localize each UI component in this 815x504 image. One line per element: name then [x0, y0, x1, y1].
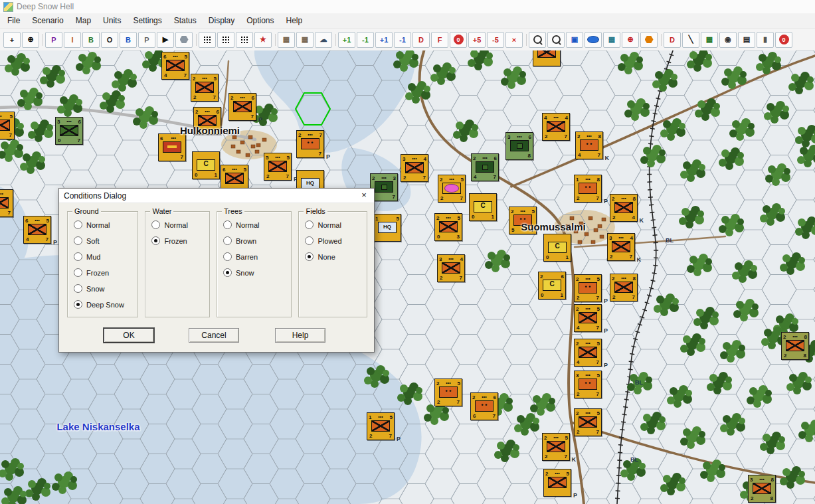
monitor-button[interactable]: ▣: [566, 32, 583, 48]
unit-counter[interactable]: 4•••427: [542, 113, 570, 141]
unit-counter[interactable]: 3•••427: [437, 254, 465, 282]
unit-counter[interactable]: 2•••6• •67: [470, 392, 498, 420]
map-view-button[interactable]: ▦: [603, 32, 620, 48]
radio-ground-mud[interactable]: Mud: [74, 252, 137, 261]
radio-fields-none[interactable]: None: [305, 252, 367, 261]
unit-counter[interactable]: 2•••5• •27: [434, 378, 462, 406]
menu-options[interactable]: Options: [240, 14, 280, 27]
unit-counter[interactable]: 15HQ: [373, 214, 401, 242]
unit-counter[interactable]: 2•••547P: [574, 339, 602, 367]
unit-counter[interactable]: 3•••68: [505, 132, 533, 160]
help-button[interactable]: Help: [275, 328, 325, 343]
unit-counter[interactable]: 2•••8• •47K: [575, 131, 603, 159]
star-button[interactable]: ★: [254, 32, 272, 48]
globe-button[interactable]: ⊕: [622, 32, 639, 48]
toggle-i-button[interactable]: I: [64, 32, 81, 48]
unit-counter[interactable]: 2•••67P: [228, 93, 256, 121]
unit-counter[interactable]: C01: [192, 151, 220, 179]
unit-counter[interactable]: 3•••427K: [607, 233, 635, 261]
radio-water-frozen[interactable]: Frozen: [151, 236, 209, 245]
unit-counter[interactable]: 6•••7: [158, 133, 186, 161]
toggle-b1-button[interactable]: B: [82, 32, 100, 48]
radio-trees-snow[interactable]: Snow: [223, 268, 291, 277]
ok-button[interactable]: OK: [104, 328, 154, 343]
zero-badge-button[interactable]: 0: [450, 32, 467, 48]
unit-counter[interactable]: 6•••547P: [23, 216, 51, 244]
ammo-c-button[interactable]: [236, 32, 253, 48]
unit-counter[interactable]: 2•••827: [610, 274, 638, 301]
unit-counter[interactable]: 5•••527P: [264, 153, 292, 181]
jump-button[interactable]: +: [3, 32, 21, 48]
radio-trees-brown[interactable]: Brown: [223, 236, 291, 245]
toggle-o-button[interactable]: O: [101, 32, 118, 48]
radio-trees-normal[interactable]: Normal: [223, 220, 291, 229]
menu-units[interactable]: Units: [97, 14, 127, 27]
hex-orange-button[interactable]: [640, 32, 658, 48]
unit-counter[interactable]: 2•••527K: [542, 433, 570, 461]
zoom-out-button[interactable]: [547, 32, 565, 48]
remove-button[interactable]: ×: [505, 32, 523, 48]
menu-display[interactable]: Display: [203, 14, 240, 27]
minus5-button[interactable]: -5: [487, 32, 504, 48]
dialog-titlebar[interactable]: Conditions Dialog ×: [59, 189, 374, 203]
unit-counter[interactable]: 6•••7: [0, 189, 13, 217]
unit-counter[interactable]: 2•••828: [781, 332, 809, 360]
unit-counter[interactable]: 2•••5• •57: [509, 207, 537, 234]
hex-mesh-button[interactable]: [175, 32, 193, 48]
unit-counter[interactable]: 2•••67: [193, 107, 221, 135]
victory-button[interactable]: 0: [775, 32, 792, 48]
unit-counter[interactable]: 2•••7• •7P: [296, 130, 324, 158]
cloud-button[interactable]: ☁: [315, 32, 332, 48]
unit-counter[interactable]: 26C01: [538, 272, 566, 299]
plus5-button[interactable]: +5: [468, 32, 486, 48]
unit-counter[interactable]: 2•••503: [434, 213, 462, 241]
crate-a-button[interactable]: ▦: [278, 32, 295, 48]
radio-ground-snow[interactable]: Snow: [74, 284, 137, 293]
ammo-a-button[interactable]: [199, 32, 216, 48]
locate-button[interactable]: ⊕: [22, 32, 39, 48]
diagonal-button[interactable]: ╲: [682, 32, 699, 48]
unit-counter[interactable]: 2•••5P: [543, 469, 571, 497]
radio-ground-deep-snow[interactable]: Deep Snow: [74, 300, 137, 309]
unit-counter[interactable]: •••57: [0, 112, 15, 139]
radio-water-normal[interactable]: Normal: [151, 220, 209, 229]
letter-d2-button[interactable]: D: [664, 32, 681, 48]
unit-counter[interactable]: 3•••607: [55, 117, 83, 145]
minus1-green-button[interactable]: -1: [357, 32, 374, 48]
unit-counter[interactable]: 2•••: [533, 50, 561, 66]
minus1-blue-button[interactable]: -1: [394, 32, 411, 48]
oval-button[interactable]: [585, 32, 602, 48]
unit-counter[interactable]: 3•••828: [748, 475, 776, 503]
unit-counter[interactable]: 2•••647: [471, 153, 499, 181]
radio-trees-barren[interactable]: Barren: [223, 252, 291, 261]
therm-button[interactable]: ▮: [757, 32, 774, 48]
unit-counter[interactable]: C01: [469, 193, 497, 221]
toggle-p2-button[interactable]: P: [138, 32, 155, 48]
unit-counter[interactable]: 2•••824K: [610, 194, 638, 222]
cancel-button[interactable]: Cancel: [189, 328, 239, 343]
menu-settings[interactable]: Settings: [127, 14, 167, 27]
unit-counter[interactable]: 1•••8• •27P: [574, 175, 602, 203]
menu-help[interactable]: Help: [280, 14, 309, 27]
unit-counter[interactable]: 2•••527: [191, 74, 219, 102]
unit-counter[interactable]: 1•••527P: [367, 412, 395, 440]
radio-ground-frozen[interactable]: Frozen: [74, 268, 137, 277]
plus1-blue-button[interactable]: +1: [375, 32, 393, 48]
pointer-button[interactable]: ▶: [157, 32, 174, 48]
dice-button[interactable]: ▤: [738, 32, 755, 48]
unit-counter[interactable]: 2•••527: [438, 175, 466, 203]
radio-ground-normal[interactable]: Normal: [74, 220, 137, 229]
org-button[interactable]: ▦: [701, 32, 718, 48]
radio-ground-soft[interactable]: Soft: [74, 236, 137, 245]
toggle-p1-button[interactable]: P: [45, 32, 62, 48]
menu-scenario[interactable]: Scenario: [26, 14, 69, 27]
letter-f-red-button[interactable]: F: [431, 32, 448, 48]
crate-b-button[interactable]: ▦: [296, 32, 314, 48]
menu-file[interactable]: File: [1, 14, 26, 27]
plus1-green-button[interactable]: +1: [338, 32, 355, 48]
unit-counter[interactable]: C01: [543, 234, 571, 262]
ammo-b-button[interactable]: [217, 32, 234, 48]
unit-counter[interactable]: 6•••547: [161, 52, 189, 80]
menu-map[interactable]: Map: [70, 14, 97, 27]
unit-counter[interactable]: 3•••5• •27: [574, 371, 602, 398]
